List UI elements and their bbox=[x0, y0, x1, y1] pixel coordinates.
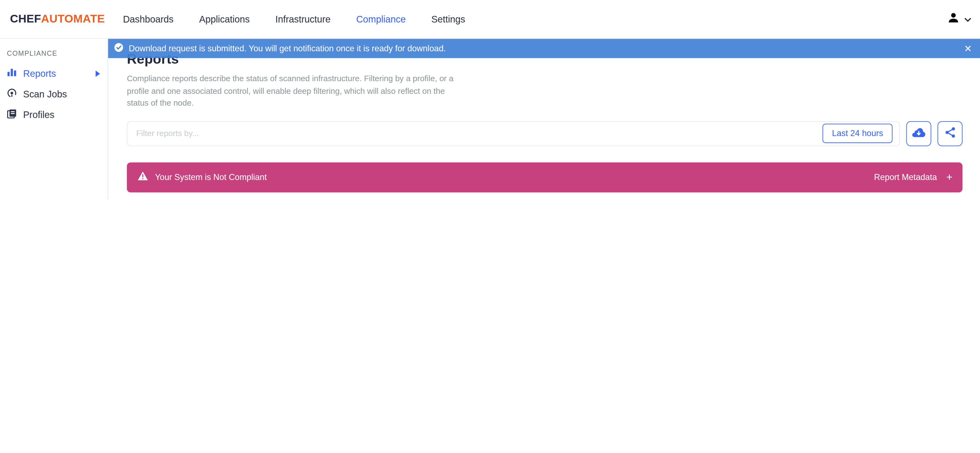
report-metadata-toggle[interactable]: Report Metadata + bbox=[874, 171, 953, 184]
share-icon bbox=[945, 127, 955, 140]
chef-automate-logo[interactable]: CHEFAUTOMATE bbox=[10, 13, 105, 26]
page-description: Compliance reports describe the status o… bbox=[127, 72, 468, 109]
filter-reports-input[interactable] bbox=[127, 129, 822, 138]
app-window: CHEFAUTOMATE Dashboards Applications Inf… bbox=[0, 0, 980, 199]
submenu-arrow-icon bbox=[95, 70, 100, 76]
download-report-button[interactable] bbox=[906, 121, 931, 146]
chevron-down-icon bbox=[964, 13, 971, 25]
logo-chef-text: CHEF bbox=[10, 13, 41, 25]
sidebar-item-label: Reports bbox=[23, 68, 56, 79]
not-compliant-message: Your System is Not Compliant bbox=[155, 172, 267, 182]
top-navigation-bar: CHEFAUTOMATE Dashboards Applications Inf… bbox=[0, 0, 980, 39]
share-report-button[interactable] bbox=[937, 121, 963, 146]
compliance-sidebar: COMPLIANCE Reports Scan Jobs Profiles bbox=[0, 39, 108, 199]
bar-chart-icon bbox=[7, 68, 17, 79]
user-profile-icon bbox=[947, 11, 960, 27]
warning-triangle-icon bbox=[138, 171, 148, 183]
not-compliant-banner: Your System is Not Compliant Report Meta… bbox=[127, 162, 963, 192]
scan-target-icon bbox=[7, 88, 17, 100]
time-range-button[interactable]: Last 24 hours bbox=[823, 124, 893, 143]
nav-settings[interactable]: Settings bbox=[431, 14, 465, 24]
expand-plus-icon: + bbox=[946, 171, 953, 184]
filter-reports-container: Last 24 hours bbox=[127, 121, 900, 146]
nav-compliance[interactable]: Compliance bbox=[356, 14, 406, 24]
download-notification-banner: Download request is submitted. You will … bbox=[108, 39, 980, 58]
close-icon[interactable]: ✕ bbox=[964, 44, 972, 53]
sidebar-item-scan-jobs[interactable]: Scan Jobs bbox=[0, 84, 108, 104]
nav-dashboards[interactable]: Dashboards bbox=[123, 14, 173, 24]
logo-automate-text: AUTOMATE bbox=[41, 13, 105, 25]
main-content: Download request is submitted. You will … bbox=[108, 39, 980, 199]
report-metadata-label: Report Metadata bbox=[874, 172, 937, 182]
success-check-icon bbox=[115, 43, 123, 54]
sidebar-item-reports[interactable]: Reports bbox=[0, 63, 108, 84]
primary-nav: Dashboards Applications Infrastructure C… bbox=[123, 14, 465, 24]
nav-applications[interactable]: Applications bbox=[199, 14, 250, 24]
sidebar-item-label: Scan Jobs bbox=[23, 89, 67, 99]
nav-infrastructure[interactable]: Infrastructure bbox=[275, 14, 331, 24]
cloud-download-icon bbox=[912, 127, 926, 139]
sidebar-section-label: COMPLIANCE bbox=[0, 49, 108, 63]
sidebar-item-label: Profiles bbox=[23, 109, 54, 120]
sidebar-item-profiles[interactable]: Profiles bbox=[0, 104, 108, 125]
profiles-documents-icon bbox=[7, 109, 17, 121]
user-menu-button[interactable] bbox=[947, 11, 971, 27]
notification-message: Download request is submitted. You will … bbox=[129, 44, 446, 53]
